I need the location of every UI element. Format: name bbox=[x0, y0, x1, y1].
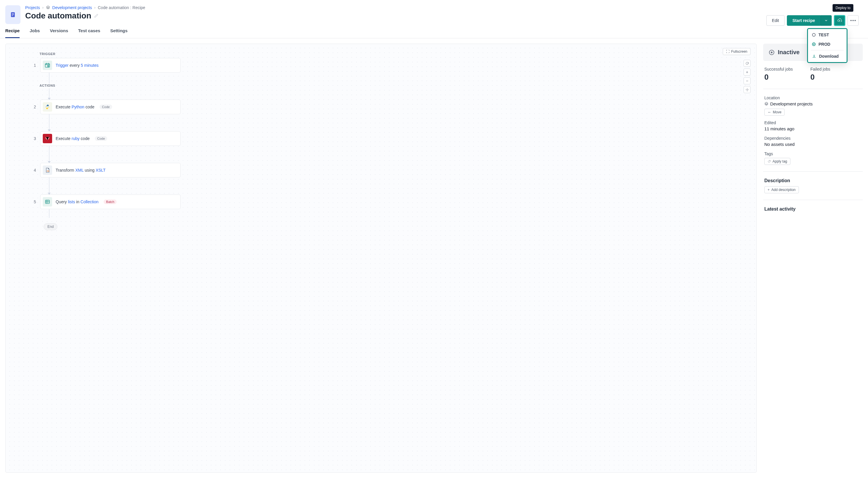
breadcrumb-current: Code automation : Recipe bbox=[98, 5, 145, 10]
edited-value: 11 minutes ago bbox=[764, 126, 862, 131]
tags-label: Tags bbox=[764, 151, 862, 156]
zoom-reset-button[interactable] bbox=[744, 60, 750, 67]
breadcrumb: Projects › Development projects › Code a… bbox=[25, 5, 145, 10]
deploy-tooltip: Deploy to bbox=[833, 4, 854, 12]
svg-rect-5 bbox=[45, 64, 50, 67]
code-badge: Code bbox=[95, 136, 107, 141]
zoom-fit-button[interactable] bbox=[744, 86, 750, 93]
svg-text:XML: XML bbox=[47, 171, 50, 172]
step-card-xml[interactable]: XML Transform XML using XSLT bbox=[40, 163, 181, 178]
step-card-trigger[interactable]: Trigger every 5 minutes bbox=[40, 58, 181, 72]
more-actions-button[interactable] bbox=[847, 15, 859, 26]
svg-point-7 bbox=[47, 105, 48, 106]
step-text: Transform XML using XSLT bbox=[56, 168, 106, 173]
folder-stack-icon bbox=[764, 102, 769, 106]
xml-icon: XML bbox=[43, 166, 52, 175]
step-number: 1 bbox=[29, 63, 36, 68]
deploy-menu: TEST PROD Download bbox=[807, 28, 847, 63]
batch-badge: Batch bbox=[104, 200, 117, 204]
step-card-ruby[interactable]: Execute ruby code Code bbox=[40, 131, 181, 146]
recipe-sidebar: Inactive Successful jobs 0 Failed jobs 0… bbox=[763, 43, 863, 473]
start-recipe-caret[interactable] bbox=[820, 15, 832, 26]
failed-jobs[interactable]: Failed jobs 0 bbox=[810, 67, 830, 82]
step-text: Trigger every 5 minutes bbox=[56, 63, 99, 68]
fullscreen-label: Fullscreen bbox=[731, 50, 747, 54]
tag-icon bbox=[768, 160, 771, 163]
status-text: Inactive bbox=[778, 49, 800, 56]
move-icon: ↔ bbox=[768, 110, 771, 114]
page-title: Code automation bbox=[25, 11, 91, 21]
step-number: 2 bbox=[29, 104, 36, 109]
collection-icon bbox=[43, 197, 52, 207]
svg-point-4 bbox=[747, 89, 747, 90]
tab-versions[interactable]: Versions bbox=[50, 28, 68, 38]
recipe-icon bbox=[5, 5, 21, 24]
chevron-right-icon: › bbox=[94, 6, 95, 10]
failed-jobs-value: 0 bbox=[810, 72, 830, 82]
tab-recipe[interactable]: Recipe bbox=[5, 28, 20, 38]
env-dot-icon bbox=[812, 33, 815, 37]
actions-section-label: ACTIONS bbox=[39, 84, 748, 87]
deploy-button[interactable] bbox=[834, 15, 845, 26]
dependencies-label: Dependencies bbox=[764, 136, 862, 141]
breadcrumb-folder[interactable]: Development projects bbox=[53, 5, 92, 10]
dependencies-value: No assets used bbox=[764, 142, 862, 147]
svg-point-11 bbox=[770, 160, 770, 161]
ruby-icon bbox=[43, 134, 52, 143]
more-dots-icon bbox=[850, 20, 856, 21]
latest-activity-heading: Latest activity bbox=[764, 207, 862, 212]
svg-point-8 bbox=[48, 108, 48, 109]
deploy-menu-prod-label: PROD bbox=[818, 42, 830, 47]
fullscreen-icon bbox=[726, 50, 730, 54]
location-value[interactable]: Development projects bbox=[764, 101, 862, 106]
code-badge: Code bbox=[99, 104, 112, 109]
successful-jobs[interactable]: Successful jobs 0 bbox=[764, 67, 793, 82]
apply-tag-button[interactable]: Apply tag bbox=[764, 158, 790, 165]
zoom-in-button[interactable]: + bbox=[744, 68, 750, 76]
rename-icon[interactable] bbox=[94, 14, 98, 18]
plus-icon: + bbox=[768, 188, 770, 192]
step-card-python[interactable]: Execute Python code Code bbox=[40, 99, 181, 114]
add-description-button[interactable]: + Add description bbox=[764, 186, 799, 193]
description-heading: Description bbox=[764, 178, 862, 183]
deploy-menu-test-label: TEST bbox=[818, 32, 829, 37]
svg-rect-1 bbox=[12, 13, 14, 13]
env-dot-icon bbox=[812, 42, 815, 46]
tab-test-cases[interactable]: Test cases bbox=[78, 28, 100, 38]
step-number: 5 bbox=[29, 200, 36, 204]
tab-jobs[interactable]: Jobs bbox=[30, 28, 40, 38]
tab-settings[interactable]: Settings bbox=[110, 28, 127, 38]
recipe-canvas[interactable]: Fullscreen + − TRIGGER 1 Trigger every 5… bbox=[5, 43, 757, 473]
status-inactive-icon bbox=[769, 50, 774, 55]
step-text: Execute Python code bbox=[56, 104, 94, 109]
folder-stack-icon bbox=[46, 6, 50, 10]
deploy-menu-test[interactable]: TEST bbox=[808, 30, 847, 39]
successful-jobs-value: 0 bbox=[764, 72, 793, 82]
step-number: 4 bbox=[29, 168, 36, 173]
step-text: Query lists in Collection bbox=[56, 200, 98, 204]
successful-jobs-label: Successful jobs bbox=[764, 67, 793, 71]
breadcrumb-projects[interactable]: Projects bbox=[25, 5, 40, 10]
edited-label: Edited bbox=[764, 120, 862, 125]
location-label: Location bbox=[764, 95, 862, 100]
start-recipe-button[interactable]: Start recipe bbox=[787, 15, 820, 26]
svg-rect-10 bbox=[45, 200, 49, 204]
failed-jobs-label: Failed jobs bbox=[810, 67, 830, 71]
step-card-collection[interactable]: Query lists in Collection Batch bbox=[40, 195, 181, 209]
timer-icon bbox=[43, 61, 52, 70]
deploy-menu-download[interactable]: Download bbox=[808, 52, 847, 61]
trigger-section-label: TRIGGER bbox=[39, 52, 748, 56]
step-text: Execute ruby code bbox=[56, 136, 90, 141]
chevron-right-icon: › bbox=[42, 6, 43, 10]
python-icon bbox=[43, 102, 52, 112]
step-number: 3 bbox=[29, 136, 36, 141]
deploy-menu-prod[interactable]: PROD bbox=[808, 39, 847, 49]
edit-button[interactable]: Edit bbox=[766, 15, 784, 26]
fullscreen-button[interactable]: Fullscreen bbox=[723, 48, 750, 55]
zoom-out-button[interactable]: − bbox=[744, 77, 750, 84]
end-pill: End bbox=[43, 223, 57, 230]
download-icon bbox=[812, 54, 816, 58]
move-button[interactable]: ↔ Move bbox=[764, 109, 784, 116]
deploy-menu-download-label: Download bbox=[819, 54, 839, 59]
svg-rect-3 bbox=[12, 16, 13, 16]
